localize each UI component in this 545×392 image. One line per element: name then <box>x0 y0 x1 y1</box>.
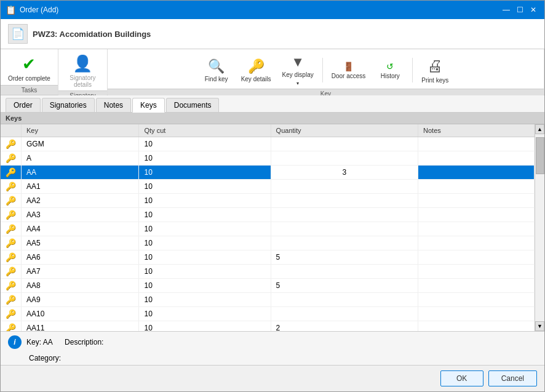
cancel-button[interactable]: Cancel <box>488 370 537 386</box>
row-qty-cut: 10 <box>139 265 271 279</box>
table-row[interactable]: 🔑AA310 <box>1 208 535 222</box>
toolbar-divider-2 <box>412 58 413 82</box>
row-quantity[interactable] <box>271 293 418 307</box>
row-key-icon: 🔑 <box>1 208 22 222</box>
row-key-icon: 🔑 <box>1 250 22 265</box>
row-key-name: AA5 <box>22 236 139 250</box>
toolbar-key-buttons: 🔍 Find key 🔑 Key details ▼ Key display ▾… <box>108 49 544 89</box>
row-notes <box>418 222 535 236</box>
row-qty-cut: 10 <box>139 166 271 180</box>
main-window: 📋 Order (Add) — ☐ ✕ 📄 PWZ3: Accomidation… <box>0 0 545 392</box>
row-key-icon: 🔑 <box>1 321 22 332</box>
minimize-button[interactable]: — <box>500 4 512 16</box>
row-quantity[interactable] <box>271 222 418 236</box>
col-qty-cut: Qty cut <box>139 124 271 137</box>
table-row[interactable]: 🔑AA410 <box>1 222 535 236</box>
table-row[interactable]: 🔑AA710 <box>1 265 535 279</box>
close-button[interactable]: ✕ <box>527 4 539 16</box>
toolbar-tasks-buttons: ✔ Order complete <box>1 49 58 85</box>
ok-button[interactable]: OK <box>440 370 483 386</box>
key-display-button[interactable]: ▼ Key display ▾ <box>277 52 319 89</box>
table-row[interactable]: 🔑AA6105 <box>1 250 535 265</box>
table-row[interactable]: 🔑AA11102 <box>1 321 535 332</box>
row-quantity[interactable] <box>271 307 418 321</box>
table-row[interactable]: 🔑AA1010 <box>1 307 535 321</box>
table-row[interactable]: 🔑AA510 <box>1 236 535 250</box>
scrollbar-thumb[interactable] <box>536 137 544 174</box>
tab-documents[interactable]: Documents <box>166 98 220 112</box>
dialog-footer: OK Cancel <box>1 365 544 391</box>
row-notes <box>418 208 535 222</box>
table-row[interactable]: 🔑AA103 <box>1 166 535 180</box>
table-row[interactable]: 🔑AA210 <box>1 194 535 208</box>
title-bar-controls: — ☐ ✕ <box>500 4 539 16</box>
signatory-details-button[interactable]: 👤 Signatorydetails <box>64 52 101 90</box>
key-details-button[interactable]: 🔑 Key details <box>236 56 276 85</box>
toolbar-section-key: 🔍 Find key 🔑 Key details ▼ Key display ▾… <box>108 49 544 95</box>
key-display-label: Key display <box>282 71 314 78</box>
row-key-icon: 🔑 <box>1 307 22 321</box>
print-keys-button[interactable]: 🖨 Print keys <box>416 54 453 86</box>
header-icon: 📄 <box>8 24 28 44</box>
key-label: Key: <box>26 338 41 346</box>
maximize-button[interactable]: ☐ <box>514 4 526 16</box>
table-row[interactable]: 🔑AA8105 <box>1 279 535 293</box>
key-info: Key: AA Description: <box>26 338 103 346</box>
row-qty-cut: 10 <box>139 151 271 166</box>
table-row[interactable]: 🔑A10 <box>1 151 535 166</box>
row-quantity[interactable] <box>271 137 418 151</box>
row-quantity[interactable] <box>271 151 418 166</box>
search-icon: 🔍 <box>208 58 225 74</box>
find-key-label: Find key <box>205 76 228 82</box>
row-key-name: A <box>22 151 139 166</box>
col-quantity: Quantity <box>271 124 418 137</box>
row-quantity[interactable]: 5 <box>271 279 418 293</box>
row-key-icon: 🔑 <box>1 265 22 279</box>
toolbar-signatory-buttons: 👤 Signatorydetails <box>58 49 107 90</box>
tab-order[interactable]: Order <box>6 98 41 112</box>
tab-signatories[interactable]: Signatories <box>42 98 95 112</box>
row-notes <box>418 151 535 166</box>
row-notes <box>418 180 535 194</box>
row-qty-cut: 10 <box>139 293 271 307</box>
toolbar-section-tasks: ✔ Order complete Tasks <box>1 49 58 95</box>
main-content: Order Signatories Notes Keys Documents K… <box>1 95 544 365</box>
table-row[interactable]: 🔑AA110 <box>1 180 535 194</box>
row-quantity[interactable]: 3 <box>271 166 418 180</box>
scroll-up-button[interactable]: ▲ <box>535 124 544 134</box>
tab-keys[interactable]: Keys <box>132 98 165 113</box>
row-key-icon: 🔑 <box>1 194 22 208</box>
signatory-details-label: Signatorydetails <box>70 74 95 88</box>
order-complete-button[interactable]: ✔ Order complete <box>3 52 55 84</box>
print-icon: 🖨 <box>427 57 443 76</box>
history-button[interactable]: ↺ History <box>372 59 408 82</box>
row-key-name: AA2 <box>22 194 139 208</box>
row-notes <box>418 265 535 279</box>
row-quantity[interactable] <box>271 194 418 208</box>
toolbar: ✔ Order complete Tasks 👤 Signatorydetail… <box>1 49 544 95</box>
row-quantity[interactable]: 5 <box>271 250 418 265</box>
row-quantity[interactable] <box>271 180 418 194</box>
scrollbar-track[interactable] <box>535 134 544 321</box>
row-key-name: AA9 <box>22 293 139 307</box>
scroll-down-button[interactable]: ▼ <box>535 321 544 331</box>
tab-bar: Order Signatories Notes Keys Documents <box>1 95 544 113</box>
row-notes <box>418 293 535 307</box>
find-key-button[interactable]: 🔍 Find key <box>198 56 235 85</box>
table-row[interactable]: 🔑AA910 <box>1 293 535 307</box>
category-row: Category: <box>1 353 544 365</box>
table-row[interactable]: 🔑GGM10 <box>1 137 535 151</box>
row-quantity[interactable] <box>271 236 418 250</box>
row-key-name: AA11 <box>22 321 139 332</box>
scrollbar[interactable]: ▲ ▼ <box>535 124 544 331</box>
info-icon: i <box>8 335 22 349</box>
door-access-button[interactable]: 🚪 Door access <box>327 59 371 82</box>
row-quantity[interactable] <box>271 208 418 222</box>
toolbar-section-signatory: 👤 Signatorydetails Signatory <box>58 49 108 95</box>
tab-notes[interactable]: Notes <box>96 98 131 112</box>
row-quantity[interactable]: 2 <box>271 321 418 332</box>
table-container[interactable]: Key Qty cut Quantity Notes 🔑GGM10🔑A10🔑AA… <box>1 124 535 331</box>
row-notes <box>418 236 535 250</box>
row-quantity[interactable] <box>271 265 418 279</box>
row-notes <box>418 307 535 321</box>
